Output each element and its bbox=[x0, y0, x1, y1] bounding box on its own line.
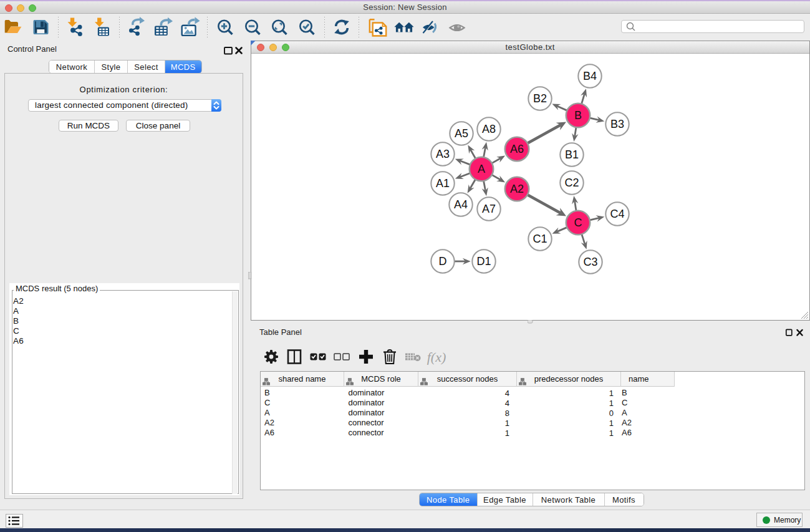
svg-text:B2: B2 bbox=[533, 92, 547, 105]
svg-text:A8: A8 bbox=[482, 123, 496, 135]
svg-text:C: C bbox=[574, 216, 582, 229]
svg-text:A6: A6 bbox=[510, 143, 524, 155]
svg-text:B: B bbox=[574, 109, 582, 122]
svg-text:B4: B4 bbox=[583, 70, 597, 82]
svg-text:A3: A3 bbox=[436, 148, 450, 160]
svg-text:A7: A7 bbox=[482, 203, 496, 215]
svg-text:D1: D1 bbox=[476, 255, 491, 268]
svg-text:A5: A5 bbox=[455, 127, 468, 140]
svg-text:A1: A1 bbox=[436, 177, 450, 190]
svg-text:A4: A4 bbox=[454, 198, 468, 211]
svg-text:A: A bbox=[478, 163, 485, 175]
svg-text:C1: C1 bbox=[533, 233, 547, 245]
svg-text:B3: B3 bbox=[610, 118, 624, 130]
svg-text:C3: C3 bbox=[583, 256, 597, 268]
svg-text:D: D bbox=[439, 255, 447, 268]
svg-text:f(x): f(x) bbox=[427, 349, 446, 365]
svg-text:A2: A2 bbox=[510, 183, 524, 195]
svg-text:C4: C4 bbox=[610, 208, 624, 220]
svg-text:C2: C2 bbox=[564, 177, 579, 189]
svg-text:B1: B1 bbox=[565, 148, 579, 161]
